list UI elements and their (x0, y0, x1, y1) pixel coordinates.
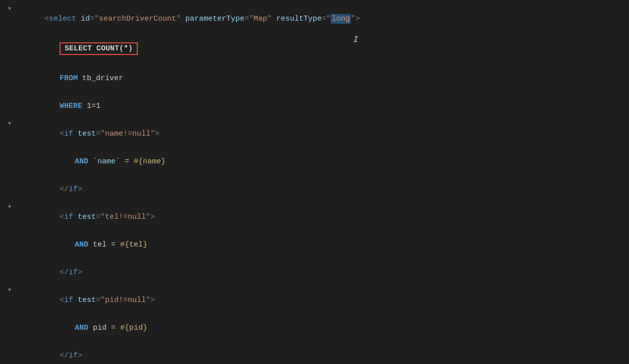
line-6-content: AND `name` = #{name} (47, 149, 629, 174)
line-12-content: AND pid = #{pid} (47, 315, 629, 341)
code-line-5: ▼ <if test="name!=null"> (0, 120, 629, 148)
fold-arrow-8[interactable]: ▼ (2, 204, 17, 210)
code-line-11: ▼ <if test="pid!=null"> (0, 286, 629, 314)
line-3-content: FROM tb_driver (32, 66, 629, 91)
line-8-content: <if test="tel!=null"> (32, 204, 629, 230)
fold-arrow-5[interactable]: ▼ (2, 121, 17, 127)
code-line-13: </if> (0, 342, 629, 364)
line-9-content: AND tel = #{tel} (47, 232, 629, 258)
line-11-content: <if test="pid!=null"> (32, 287, 629, 313)
select-count-box: SELECT COUNT(*) (60, 42, 138, 55)
sql-table: tb_driver (82, 74, 123, 83)
code-line-4: WHERE 1=1 (0, 92, 629, 120)
code-line-8: ▼ <if test="tel!=null"> (0, 203, 629, 231)
line-5-content: <if test="name!=null"> (32, 121, 629, 147)
code-line-3: FROM tb_driver (0, 65, 629, 92)
code-line-9: AND tel = #{tel} (0, 231, 629, 259)
line-4-content: WHERE 1=1 (32, 93, 629, 119)
bracket: < (44, 15, 49, 23)
sql-where-val: 1=1 (87, 102, 100, 110)
attr-resulttype-value: long (331, 14, 351, 24)
fold-arrow-1[interactable] (2, 6, 17, 12)
line-13-content: </if> (32, 343, 629, 364)
attr-resulttype: resultType (276, 15, 322, 23)
sql-where: WHERE (60, 102, 82, 110)
code-line-7: </if> (0, 175, 629, 203)
sql-from: FROM (60, 74, 78, 83)
cursor: I (353, 35, 358, 44)
line-2-content: SELECT COUNT(*) (32, 34, 629, 64)
code-line-1: <select id="searchDriverCount" parameter… (0, 5, 629, 33)
attr-paramtype-value: Map (253, 15, 267, 23)
line-7-content: </if> (32, 176, 629, 202)
attr-id: id (81, 15, 90, 23)
code-line-2: SELECT COUNT(*) I (0, 33, 629, 65)
fold-arrow-11[interactable]: ▼ (2, 287, 17, 293)
code-line-10: </if> (0, 259, 629, 286)
code-editor: <select id="searchDriverCount" parameter… (0, 0, 629, 364)
attr-id-value: searchDriverCount (99, 15, 176, 23)
line-1-content: <select id="searchDriverCount" parameter… (17, 6, 629, 32)
attr-paramtype: parameterType (185, 15, 244, 23)
code-line-6: AND `name` = #{name} (0, 148, 629, 175)
tag-select: select (49, 15, 76, 23)
code-line-12: AND pid = #{pid} (0, 314, 629, 342)
line-10-content: </if> (32, 260, 629, 285)
